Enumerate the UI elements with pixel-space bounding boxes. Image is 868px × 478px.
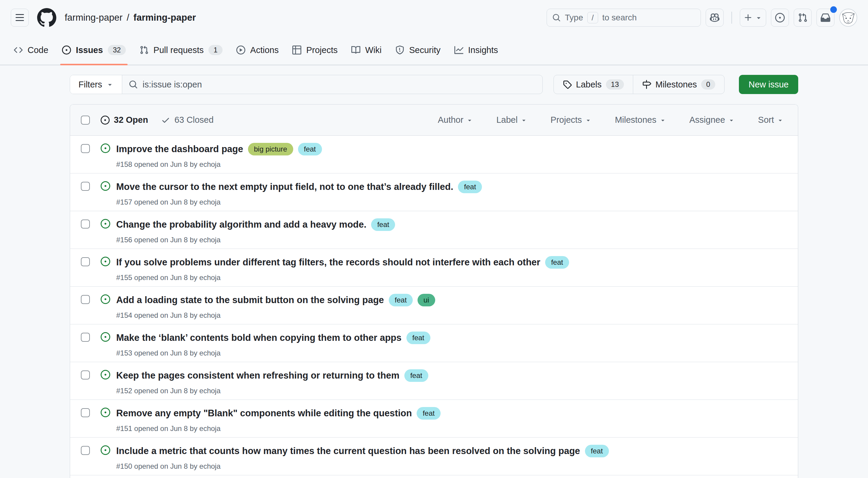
issue-label-pill[interactable]: feat bbox=[389, 294, 413, 307]
issue-checkbox[interactable] bbox=[81, 220, 90, 228]
plus-icon bbox=[744, 13, 753, 22]
issue-checkbox[interactable] bbox=[81, 182, 90, 191]
issue-row-main: Include a metric that counts how many ti… bbox=[116, 445, 787, 471]
issues-search-input[interactable]: is:issue is:open bbox=[122, 75, 542, 94]
issue-title-link[interactable]: Make the ‘blank’ contents bold when copy… bbox=[116, 332, 402, 343]
issues-search-value: is:issue is:open bbox=[143, 79, 202, 90]
tag-icon bbox=[563, 80, 572, 89]
issue-title-link[interactable]: Add a loading state to the submit button… bbox=[116, 295, 384, 306]
label-filter-dropdown[interactable]: Label bbox=[495, 115, 529, 125]
new-issue-button[interactable]: New issue bbox=[739, 75, 798, 94]
your-issues-button[interactable] bbox=[771, 9, 789, 27]
filters-search-group: Filters is:issue is:open bbox=[70, 75, 543, 94]
assignee-filter-dropdown[interactable]: Assignee bbox=[688, 115, 737, 125]
issue-label-pill[interactable]: feat bbox=[298, 143, 322, 155]
issue-title-link[interactable]: Keep the pages consistent when refreshin… bbox=[116, 370, 400, 381]
open-issue-icon bbox=[101, 257, 110, 266]
tab-issues[interactable]: Issues 32 bbox=[56, 35, 132, 65]
github-logo[interactable] bbox=[37, 8, 56, 27]
filters-dropdown-button[interactable]: Filters bbox=[70, 75, 122, 94]
filters-label: Filters bbox=[79, 79, 102, 90]
issue-label-pill[interactable]: feat bbox=[585, 445, 609, 457]
user-avatar[interactable] bbox=[839, 9, 857, 27]
issue-label-pill[interactable]: feat bbox=[404, 369, 428, 382]
tab-pull-requests[interactable]: Pull requests 1 bbox=[133, 35, 228, 65]
notifications-button[interactable] bbox=[816, 9, 834, 27]
open-issue-icon bbox=[101, 408, 110, 417]
issue-title-link[interactable]: If you solve problems under different ta… bbox=[116, 257, 540, 268]
milestones-button[interactable]: Milestones 0 bbox=[633, 75, 724, 94]
filter-label: Label bbox=[496, 115, 518, 125]
issue-opened-icon bbox=[62, 45, 71, 55]
issue-row: Include a metric that counts how many ti… bbox=[70, 438, 798, 475]
issue-row-main: Improve the dashboard page big picturefe… bbox=[116, 143, 787, 169]
tab-wiki[interactable]: Wiki bbox=[345, 35, 388, 65]
tab-label: Insights bbox=[468, 45, 498, 55]
tab-code[interactable]: Code bbox=[8, 35, 54, 65]
author-filter-dropdown[interactable]: Author bbox=[436, 115, 475, 125]
tab-insights[interactable]: Insights bbox=[448, 35, 504, 65]
issue-row-main: Remove any empty "Blank" components whil… bbox=[116, 407, 787, 433]
avatar-drawing bbox=[840, 9, 857, 26]
filter-label: Author bbox=[438, 115, 463, 125]
issue-label-pill[interactable]: feat bbox=[458, 181, 482, 193]
issue-checkbox[interactable] bbox=[81, 144, 90, 153]
issue-row-main: Add a loading state to the submit button… bbox=[116, 294, 787, 320]
issue-row-main: If you solve problems under different ta… bbox=[116, 256, 787, 282]
issue-row-main: Change the probability algorithm and add… bbox=[116, 218, 787, 244]
issue-checkbox[interactable] bbox=[81, 295, 90, 304]
your-pull-requests-button[interactable] bbox=[794, 9, 812, 27]
tab-label: Projects bbox=[306, 45, 338, 55]
global-search-input[interactable]: Type / to search bbox=[547, 9, 701, 27]
issue-title-link[interactable]: Move the cursor to the next empty input … bbox=[116, 182, 453, 192]
header-actions: Type / to search bbox=[547, 9, 857, 27]
breadcrumb-owner-link[interactable]: farming-paper bbox=[65, 12, 123, 23]
issue-checkbox[interactable] bbox=[81, 446, 90, 455]
issue-checkbox[interactable] bbox=[81, 371, 90, 379]
header-divider bbox=[732, 12, 732, 24]
tab-projects[interactable]: Projects bbox=[286, 35, 344, 65]
git-pull-request-icon bbox=[140, 45, 149, 55]
issue-label-pill[interactable]: feat bbox=[416, 407, 441, 420]
issue-checkbox[interactable] bbox=[81, 333, 90, 342]
labels-button[interactable]: Labels 13 bbox=[554, 75, 633, 94]
issue-row: Add a loading state to the submit button… bbox=[70, 287, 798, 324]
search-placeholder-suffix: to search bbox=[602, 13, 637, 23]
issue-row-main: Keep the pages consistent when refreshin… bbox=[116, 369, 787, 395]
issue-meta: #150 opened on Jun 8 by echoja bbox=[116, 462, 787, 471]
issue-title-link[interactable]: Change the probability algorithm and add… bbox=[116, 219, 366, 230]
breadcrumb-separator: / bbox=[127, 12, 129, 23]
filter-label: Projects bbox=[551, 115, 582, 125]
issue-label-pill[interactable]: ui bbox=[417, 294, 435, 307]
labels-count-badge: 13 bbox=[606, 79, 624, 90]
issue-checkbox[interactable] bbox=[81, 257, 90, 266]
copilot-button[interactable] bbox=[706, 9, 724, 27]
tab-label: Issues bbox=[76, 45, 103, 55]
tab-label: Pull requests bbox=[153, 45, 204, 55]
hamburger-menu-button[interactable] bbox=[11, 9, 29, 27]
issue-label-pill[interactable]: feat bbox=[545, 256, 569, 269]
projects-filter-dropdown[interactable]: Projects bbox=[549, 115, 593, 125]
issue-title-link[interactable]: Include a metric that counts how many ti… bbox=[116, 446, 580, 456]
open-issues-link[interactable]: 32 Open bbox=[101, 115, 148, 125]
issue-row: Remove any empty "Blank" components whil… bbox=[70, 400, 798, 438]
tab-security[interactable]: Security bbox=[390, 35, 446, 65]
issue-meta: #152 opened on Jun 8 by echoja bbox=[116, 387, 787, 395]
issue-label-pill[interactable]: big picture bbox=[248, 143, 293, 155]
issue-title-link[interactable]: Remove any empty "Blank" components whil… bbox=[116, 408, 412, 419]
create-new-button[interactable] bbox=[740, 9, 766, 27]
issue-label-pill[interactable]: feat bbox=[406, 331, 430, 344]
issue-label-pill[interactable]: feat bbox=[371, 218, 395, 231]
next-row-partial bbox=[70, 475, 798, 478]
tab-actions[interactable]: Actions bbox=[230, 35, 284, 65]
closed-issues-link[interactable]: 63 Closed bbox=[161, 115, 214, 125]
milestones-filter-dropdown[interactable]: Milestones bbox=[613, 115, 668, 125]
sort-filter-dropdown[interactable]: Sort bbox=[756, 115, 785, 125]
select-all-checkbox[interactable] bbox=[81, 116, 90, 125]
issue-title-link[interactable]: Improve the dashboard page bbox=[116, 144, 243, 155]
filter-label: Assignee bbox=[689, 115, 725, 125]
chevron-down-icon bbox=[521, 117, 527, 123]
issue-checkbox[interactable] bbox=[81, 408, 90, 417]
breadcrumb-repo-link[interactable]: farming-paper bbox=[133, 12, 196, 23]
issue-opened-icon bbox=[775, 13, 785, 23]
